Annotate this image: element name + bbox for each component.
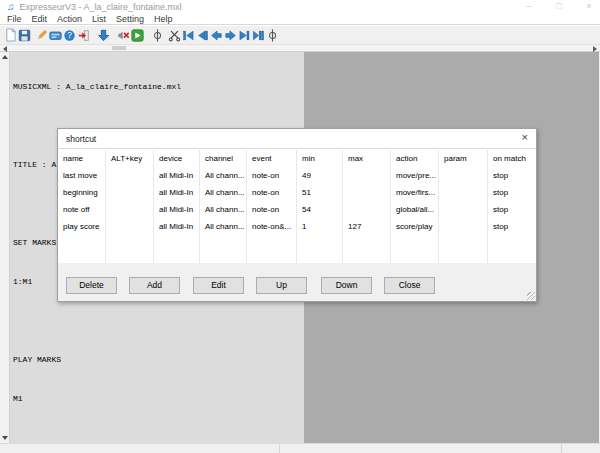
scroll-down-icon[interactable] [2,436,8,440]
table-cell[interactable]: 1 [297,218,342,235]
menu-action[interactable]: Action [52,14,87,24]
table-cell[interactable]: stop [488,184,536,201]
table-cell[interactable]: beginning [58,184,105,201]
title-bar[interactable]: ♫ ExpresseurV3 - A_la_claire_fontaine.mx… [0,0,600,13]
column-header[interactable]: action [391,150,438,167]
table-cell[interactable]: last move [58,167,105,184]
table-cell[interactable]: stop [488,201,536,218]
goto-start-icon[interactable] [181,28,195,43]
panic-mute-icon[interactable] [116,28,130,43]
table-cell[interactable]: 127 [343,218,390,235]
menu-help[interactable]: Help [149,14,178,24]
table-cell[interactable] [343,167,390,184]
table-cell[interactable] [106,167,153,184]
app-window: ♫ ExpresseurV3 - A_la_claire_fontaine.mx… [0,0,600,453]
table-cell[interactable] [439,218,487,235]
menu-setting[interactable]: Setting [111,14,149,24]
table-cell[interactable]: move/pre... [391,167,438,184]
table-cell[interactable] [439,167,487,184]
table-cell[interactable]: note-on [247,167,296,184]
table-cell[interactable]: note-on [247,201,296,218]
column-header[interactable]: ALT+key [106,150,153,167]
previous-mark-icon[interactable] [195,28,209,43]
exit-icon[interactable] [76,28,90,43]
edit-button[interactable]: Edit [193,277,244,294]
column-header[interactable]: min [297,150,342,167]
goto-end-icon[interactable] [251,28,265,43]
table-cell[interactable]: all Midi-In [154,184,199,201]
midi-settings-icon[interactable] [48,28,62,43]
delete-button[interactable]: Delete [66,277,117,294]
save-icon[interactable] [17,28,31,43]
column-device: device all Midi-In all Midi-In all Midi-… [154,150,200,263]
vertical-scrollbar[interactable] [0,52,10,443]
editor-line [13,431,304,443]
table-cell[interactable] [343,201,390,218]
tuner-icon[interactable] [265,28,279,43]
scissors-icon[interactable] [167,28,181,43]
menu-edit[interactable]: Edit [27,14,53,24]
edit-pencil-icon[interactable] [34,28,48,43]
table-cell[interactable]: All chann... [200,201,246,218]
scroll-up-icon[interactable] [2,55,8,59]
tuning-fork-icon[interactable] [150,28,164,43]
table-cell[interactable] [106,218,153,235]
step-forward-icon[interactable] [223,28,237,43]
table-cell[interactable] [439,184,487,201]
up-button[interactable]: Up [256,277,307,294]
table-cell[interactable] [343,184,390,201]
maximize-button[interactable]: □ [554,1,564,11]
column-header[interactable]: on match [488,150,536,167]
table-cell[interactable]: score/play [391,218,438,235]
table-cell[interactable]: note-on [247,184,296,201]
down-button[interactable]: Down [321,277,372,294]
horizontal-scroll-thumb[interactable] [112,46,126,50]
horizontal-scrollbar[interactable] [0,44,600,52]
play-icon[interactable] [130,28,144,43]
svg-text:?: ? [67,31,72,40]
table-cell[interactable]: all Midi-In [154,218,199,235]
window-title: ExpresseurV3 - A_la_claire_fontaine.mxl [20,2,182,12]
table-cell[interactable]: play score [58,218,105,235]
table-cell[interactable] [439,201,487,218]
table-cell[interactable]: move/firs... [391,184,438,201]
table-cell[interactable]: All chann... [200,184,246,201]
resize-grip[interactable] [527,292,535,300]
table-cell[interactable]: stop [488,167,536,184]
new-file-icon[interactable] [3,28,17,43]
close-button[interactable]: × [584,1,594,11]
table-cell[interactable]: global/all... [391,201,438,218]
column-header[interactable]: max [343,150,390,167]
column-min: min 49 51 54 1 [297,150,343,263]
help-icon[interactable]: ? [62,28,76,43]
column-header[interactable]: param [439,150,487,167]
table-cell[interactable]: All chann... [200,218,246,235]
move-down-arrow-icon[interactable] [96,28,110,43]
table-cell[interactable]: note-on&... [247,218,296,235]
table-cell[interactable]: 49 [297,167,342,184]
table-cell[interactable] [106,184,153,201]
minimize-button[interactable]: – [524,1,534,11]
editor-line: M1 [13,392,304,405]
column-header[interactable]: event [247,150,296,167]
column-header[interactable]: channel [200,150,246,167]
table-cell[interactable]: All chann... [200,167,246,184]
dialog-title-bar[interactable]: shortcut × [58,129,536,149]
dialog-close-icon[interactable]: × [522,131,528,143]
table-cell[interactable] [106,201,153,218]
next-mark-icon[interactable] [237,28,251,43]
table-cell[interactable]: all Midi-In [154,201,199,218]
table-cell[interactable]: 54 [297,201,342,218]
menu-file[interactable]: File [2,14,27,24]
editor-line: PLAY MARKS [13,353,304,366]
table-cell[interactable]: 51 [297,184,342,201]
column-header[interactable]: name [58,150,105,167]
table-cell[interactable]: stop [488,218,536,235]
add-button[interactable]: Add [129,277,180,294]
table-cell[interactable]: note off [58,201,105,218]
menu-list[interactable]: List [87,14,111,24]
step-backward-icon[interactable] [209,28,223,43]
table-cell[interactable]: all Midi-In [154,167,199,184]
column-header[interactable]: device [154,150,199,167]
close-dialog-button[interactable]: Close [384,277,435,294]
